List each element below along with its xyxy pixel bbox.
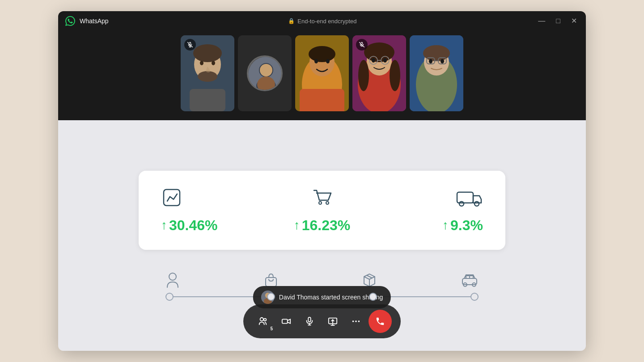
mic-muted-icon (359, 42, 364, 47)
participants-count: 5 (270, 326, 273, 331)
close-button[interactable]: ✕ (569, 17, 579, 25)
participant-tile-david[interactable] (238, 35, 292, 111)
svg-point-64 (264, 319, 267, 321)
svg-rect-55 (462, 278, 477, 285)
svg-rect-50 (266, 278, 276, 286)
main-content: ↑ 30.46% ↑ 16.23% (58, 120, 586, 351)
participant-tile[interactable] (295, 35, 349, 111)
david-avatar-icon (248, 57, 283, 91)
participant-tile[interactable] (352, 35, 406, 111)
timeline-dot-1 (165, 293, 174, 301)
svg-point-28 (383, 58, 387, 63)
maximize-button[interactable]: □ (554, 17, 562, 25)
svg-point-9 (212, 61, 215, 65)
participants-button[interactable]: 5 (252, 311, 274, 332)
window-controls: — □ ✕ (536, 17, 579, 25)
svg-point-5 (193, 44, 222, 62)
svg-point-74 (355, 320, 357, 322)
svg-point-27 (372, 58, 375, 63)
participant-tile[interactable] (181, 35, 234, 111)
microphone-icon (305, 316, 314, 326)
svg-point-26 (364, 42, 394, 62)
screenshare-button[interactable] (322, 311, 343, 332)
call-controls: 5 (243, 304, 401, 338)
participants-icon (258, 316, 268, 326)
svg-rect-46 (457, 192, 473, 203)
encryption-indicator: 🔒 End-to-end endcrypted (288, 18, 356, 25)
end-call-button[interactable] (369, 310, 392, 333)
svg-point-30 (390, 60, 400, 91)
screenshare-icon (328, 316, 338, 326)
app-window: WhatsApp 🔒 End-to-end endcrypted — □ ✕ (58, 11, 586, 351)
person-silhouette (410, 35, 463, 111)
stat-item-delivery: ↑ 9.3% (376, 187, 483, 234)
arrow-icon: ↑ (442, 218, 449, 232)
svg-point-38 (429, 59, 432, 63)
svg-rect-65 (282, 319, 288, 323)
svg-line-51 (364, 277, 369, 279)
more-icon (351, 316, 361, 326)
svg-point-47 (459, 202, 464, 206)
svg-point-6 (198, 71, 217, 82)
svg-point-73 (352, 320, 354, 322)
stat-item-sales: ↑ 30.46% (161, 187, 268, 234)
toast-message: David Thomas started screen sharing (279, 294, 383, 301)
svg-rect-58 (466, 276, 470, 278)
svg-point-20 (326, 59, 330, 63)
whatsapp-logo-icon (65, 16, 75, 26)
microphone-button[interactable] (299, 311, 320, 332)
participants-bar (58, 31, 586, 120)
stat-item-cart: ↑ 16.23% (268, 187, 376, 234)
minimize-button[interactable]: — (536, 17, 547, 25)
svg-rect-21 (300, 89, 344, 111)
chart-icon (161, 187, 182, 212)
svg-rect-7 (190, 89, 225, 111)
svg-point-48 (475, 202, 479, 206)
mic-muted-icon (187, 42, 193, 47)
video-icon (281, 316, 291, 326)
timeline-dot-4 (470, 293, 479, 301)
participant-tile[interactable] (410, 35, 463, 111)
stat-value-sales: ↑ 30.46% (161, 217, 218, 234)
cart-icon (310, 187, 334, 212)
stat-value-delivery: ↑ 9.3% (442, 217, 483, 234)
svg-point-44 (319, 202, 322, 204)
timeline-icon-person (165, 272, 180, 288)
encryption-label: End-to-end endcrypted (297, 18, 356, 25)
svg-point-29 (358, 60, 369, 91)
timeline-dot-2 (267, 293, 275, 301)
video-button[interactable] (275, 311, 297, 332)
truck-icon (455, 187, 483, 212)
timeline-icon-car (461, 272, 479, 288)
svg-point-75 (358, 320, 360, 322)
timeline-dot-3 (369, 293, 377, 301)
svg-point-45 (326, 202, 329, 204)
arrow-icon: ↑ (294, 218, 300, 232)
title-bar: WhatsApp 🔒 End-to-end endcrypted — □ ✕ (58, 11, 586, 31)
person-silhouette (295, 35, 349, 111)
svg-point-8 (200, 61, 203, 65)
svg-point-13 (260, 64, 272, 76)
svg-line-54 (367, 275, 372, 278)
mute-badge (356, 39, 368, 51)
svg-point-49 (169, 273, 176, 280)
svg-rect-59 (470, 276, 473, 278)
svg-point-39 (441, 59, 444, 63)
title-bar-left: WhatsApp (65, 16, 109, 26)
end-call-icon (375, 316, 385, 326)
svg-point-63 (260, 318, 263, 321)
more-button[interactable] (345, 311, 367, 332)
svg-point-19 (314, 59, 318, 63)
svg-rect-66 (308, 317, 311, 322)
stats-card: ↑ 30.46% ↑ 16.23% (139, 171, 505, 250)
lock-icon: 🔒 (288, 18, 295, 24)
svg-point-18 (309, 46, 335, 62)
stat-value-cart: ↑ 16.23% (294, 217, 351, 234)
app-title: WhatsApp (80, 17, 109, 25)
arrow-icon: ↑ (161, 218, 167, 232)
mute-badge (184, 39, 196, 51)
